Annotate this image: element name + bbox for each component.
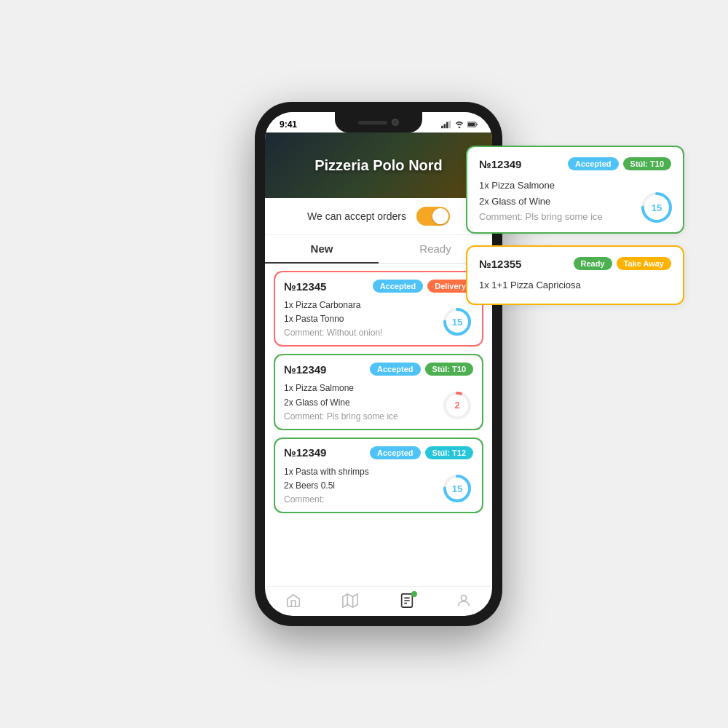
timer: 2 xyxy=(441,389,473,422)
order-card-12345[interactable]: №12345 Accepted Delivery 1x Pizza Carbon… xyxy=(274,271,483,347)
restaurant-name: Pizzeria Polo Nord xyxy=(314,157,443,174)
order-number: №12349 xyxy=(479,158,521,170)
signal-icon xyxy=(441,119,451,130)
right-card-12349[interactable]: №12349 Accepted Stúl: T10 1x Pizza Salmo… xyxy=(466,146,684,234)
order-header: №12349 Accepted Stúl: T12 xyxy=(284,446,473,459)
order-number: №12355 xyxy=(479,258,521,270)
badge-accepted: Accepted xyxy=(568,157,619,170)
accept-toggle[interactable] xyxy=(416,207,450,226)
svg-rect-2 xyxy=(446,122,448,129)
status-icons xyxy=(441,119,478,130)
svg-rect-3 xyxy=(449,121,451,129)
order-header: №12349 Accepted Stúl: T10 xyxy=(284,363,473,376)
timer-value: 15 xyxy=(441,472,473,505)
timer: 15 xyxy=(441,306,473,338)
nav-orders[interactable] xyxy=(379,593,435,609)
timer-value: 15 xyxy=(639,190,674,225)
order-number: №12349 xyxy=(284,363,326,376)
badge-accepted: Accepted xyxy=(370,363,421,376)
badge-stul: Stúl: T10 xyxy=(623,157,671,170)
accept-label: We can accept orders xyxy=(307,210,406,222)
svg-rect-0 xyxy=(441,126,443,129)
battery-icon xyxy=(467,119,478,130)
timer: 15 xyxy=(639,190,674,225)
phone-shell: 9:41 xyxy=(255,102,502,626)
home-icon xyxy=(285,593,301,609)
order-number: №12345 xyxy=(284,280,326,293)
order-header: №12349 Accepted Stúl: T10 xyxy=(479,157,671,170)
timer: 15 xyxy=(441,472,473,505)
time: 9:41 xyxy=(280,119,297,130)
timer-value: 2 xyxy=(441,389,473,422)
badge-accepted: Accepted xyxy=(370,446,421,459)
svg-rect-5 xyxy=(468,123,475,126)
badge-takeaway: Take Away xyxy=(617,257,671,270)
order-header: №12345 Accepted Delivery xyxy=(284,280,473,293)
svg-point-19 xyxy=(461,596,466,601)
right-cards-panel: №12349 Accepted Stúl: T10 1x Pizza Salmo… xyxy=(466,146,684,305)
map-icon xyxy=(342,593,358,609)
nav-home[interactable] xyxy=(265,593,322,609)
phone-screen: 9:41 xyxy=(265,112,492,616)
badge-ready: Ready xyxy=(574,257,612,270)
bottom-nav xyxy=(265,586,492,616)
order-card-12349a[interactable]: №12349 Accepted Stúl: T10 1x Pizza Salmo… xyxy=(274,354,483,430)
nav-map[interactable] xyxy=(322,593,379,609)
svg-rect-1 xyxy=(444,124,446,128)
wifi-icon xyxy=(454,119,464,130)
order-card-12349b[interactable]: №12349 Accepted Stúl: T12 1x Pasta with … xyxy=(274,438,483,513)
badge-stul: Stúl: T10 xyxy=(425,363,473,376)
order-items: 1x 1+1 Pizza Capriciosa xyxy=(479,277,671,293)
speaker xyxy=(358,121,387,124)
timer-value: 15 xyxy=(441,306,473,338)
orders-dot xyxy=(411,591,417,597)
order-number: №12349 xyxy=(284,446,326,459)
svg-marker-12 xyxy=(343,594,357,607)
notch xyxy=(335,112,422,132)
orders-list: №12345 Accepted Delivery 1x Pizza Carbon… xyxy=(265,264,492,586)
order-tabs: New Ready xyxy=(265,235,492,264)
tab-new[interactable]: New xyxy=(265,235,379,264)
accept-orders-row: We can accept orders xyxy=(265,198,492,235)
badge-stul: Stúl: T12 xyxy=(425,446,473,459)
order-header: №12355 Ready Take Away xyxy=(479,257,671,270)
nav-profile[interactable] xyxy=(435,593,492,609)
camera xyxy=(392,119,399,126)
right-card-12355[interactable]: №12355 Ready Take Away 1x 1+1 Pizza Capr… xyxy=(466,245,684,305)
badge-accepted: Accepted xyxy=(373,280,424,293)
toggle-knob xyxy=(432,208,448,224)
restaurant-header: Pizzeria Polo Nord xyxy=(265,132,492,198)
profile-icon xyxy=(456,593,472,609)
